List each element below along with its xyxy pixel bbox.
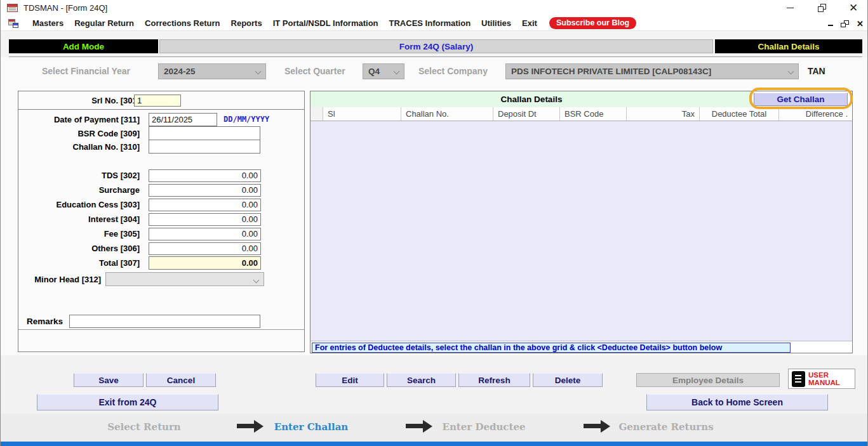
- tds-input[interactable]: [149, 169, 261, 182]
- arrow-right-icon: [237, 424, 255, 428]
- exit-from-24q-button[interactable]: Exit from 24Q: [37, 394, 218, 410]
- column-difference[interactable]: Difference .: [779, 107, 852, 121]
- menu-bar: Masters Regular Return Corrections Retur…: [1, 16, 867, 31]
- bsr-code-input[interactable]: [149, 126, 260, 140]
- workflow-strip: Select Return Enter Challan Enter Deduct…: [1, 414, 867, 442]
- menu-reports[interactable]: Reports: [231, 18, 262, 28]
- title-bar: TDSMAN - [Form 24Q] ✕: [1, 0, 867, 16]
- menu-utilities[interactable]: Utilities: [481, 18, 511, 28]
- user-manual-line1: USER: [808, 371, 840, 379]
- deductee-hint-note: For entries of Deductee details, select …: [312, 343, 791, 353]
- arrow-right-icon: [584, 424, 601, 428]
- total-input: [149, 256, 261, 270]
- menu-traces[interactable]: TRACES Information: [389, 18, 471, 28]
- restore-icon[interactable]: [813, 2, 831, 15]
- interest-input[interactable]: [149, 213, 261, 226]
- action-bar: Save Cancel Edit Search Refresh Delete E…: [1, 355, 867, 414]
- save-button[interactable]: Save: [74, 373, 144, 387]
- window-title: TDSMAN - [Form 24Q]: [23, 3, 107, 13]
- divider: [9, 56, 862, 57]
- remarks-input[interactable]: [69, 315, 260, 328]
- tan-label: TAN: [808, 66, 825, 76]
- financial-year-label: Select Financial Year: [42, 66, 130, 76]
- education-cess-input[interactable]: [149, 199, 261, 211]
- refresh-button[interactable]: Refresh: [458, 373, 530, 387]
- date-of-payment-label: Date of Payment [311]: [18, 115, 149, 124]
- column-deductee-total[interactable]: Deductee Total: [700, 107, 779, 121]
- company-label: Select Company: [418, 66, 488, 76]
- chevron-down-icon: [255, 69, 262, 75]
- workflow-step-select-return: Select Return: [107, 421, 181, 433]
- bottom-accent-bar: [1, 442, 867, 446]
- fee-input[interactable]: [149, 228, 261, 240]
- education-cess-label: Education Cess [303]: [18, 200, 149, 209]
- app-icon: [7, 4, 18, 12]
- others-input[interactable]: [149, 242, 261, 255]
- cancel-button[interactable]: Cancel: [146, 373, 216, 387]
- grid-body-empty[interactable]: [310, 121, 852, 341]
- column-challan-no[interactable]: Challan No.: [401, 107, 493, 121]
- menu-masters[interactable]: Masters: [32, 18, 63, 28]
- quarter-value: Q4: [368, 67, 380, 76]
- close-icon[interactable]: ✕: [845, 2, 862, 15]
- search-button[interactable]: Search: [387, 373, 456, 387]
- company-select[interactable]: PDS INFOTECH PRIVATE LIMITED [CALP08143C…: [505, 63, 799, 79]
- date-of-payment-input[interactable]: [149, 113, 217, 126]
- company-value: PDS INFOTECH PRIVATE LIMITED [CALP08143C…: [511, 67, 711, 76]
- delete-button[interactable]: Delete: [533, 373, 603, 387]
- mdi-restore-icon[interactable]: [841, 20, 849, 27]
- grid-header-row: Sl Challan No. Deposit Dt BSR Code Tax D…: [310, 107, 852, 121]
- menu-regular-return[interactable]: Regular Return: [74, 18, 134, 28]
- surcharge-input[interactable]: [149, 184, 261, 197]
- mdi-minimize-icon[interactable]: [828, 23, 833, 24]
- user-manual-button[interactable]: USER MANUAL: [788, 369, 855, 389]
- chevron-down-icon: [253, 277, 260, 284]
- quarter-label: Select Quarter: [284, 66, 345, 76]
- financial-year-value: 2024-25: [164, 67, 196, 76]
- grid-title: Challan Details: [310, 91, 752, 107]
- srl-no-input[interactable]: [134, 95, 181, 107]
- tds-label: TDS [302]: [18, 171, 149, 180]
- section-banner: Challan Details: [715, 39, 862, 53]
- get-challan-button[interactable]: Get Challan: [754, 93, 848, 106]
- column-tax[interactable]: Tax: [627, 107, 700, 121]
- challan-grid-panel: Challan Details Get Challan Sl Challan N…: [310, 91, 853, 353]
- minor-head-label: Minor Head [312]: [18, 275, 105, 284]
- column-deposit-dt[interactable]: Deposit Dt: [493, 107, 560, 121]
- chevron-down-icon: [788, 69, 794, 75]
- financial-year-select[interactable]: 2024-25: [158, 63, 266, 79]
- filter-bar: Select Financial Year 2024-25 Select Qua…: [1, 63, 867, 81]
- surcharge-label: Surcharge: [18, 185, 149, 195]
- column-bsr-code[interactable]: BSR Code: [560, 107, 627, 121]
- interest-label: Interest [304]: [18, 214, 149, 224]
- user-manual-line2: MANUAL: [808, 379, 840, 386]
- challan-no-label: Challan No. [310]: [18, 142, 149, 152]
- book-icon: [792, 371, 805, 387]
- fee-label: Fee [305]: [18, 229, 149, 239]
- remarks-label: Remarks: [18, 317, 69, 326]
- header-zone: Add Mode Form 24Q (Salary) Challan Detai…: [1, 31, 867, 57]
- menu-exit[interactable]: Exit: [522, 18, 537, 28]
- srl-no-label: Srl No. [301]: [18, 96, 149, 105]
- back-to-home-button[interactable]: Back to Home Screen: [646, 394, 828, 410]
- column-sl[interactable]: Sl: [323, 107, 401, 121]
- challan-form-panel: Srl No. [301] Date of Payment [311] DD/M…: [18, 91, 305, 352]
- subscribe-blog-button[interactable]: Subscribe our Blog: [549, 17, 636, 29]
- form-icon: [8, 19, 18, 28]
- others-label: Others [306]: [18, 244, 149, 253]
- employee-details-button[interactable]: Employee Details: [636, 373, 780, 387]
- edit-button[interactable]: Edit: [316, 373, 384, 387]
- app-window: TDSMAN - [Form 24Q] ✕ Masters Regular Re…: [0, 0, 868, 446]
- bsr-code-label: BSR Code [309]: [18, 129, 149, 138]
- add-mode-banner: Add Mode: [9, 39, 158, 53]
- form-title: Form 24Q (Salary): [159, 39, 713, 53]
- panel-footer-strip: [18, 329, 304, 351]
- menu-corrections-return[interactable]: Corrections Return: [145, 18, 220, 28]
- mdi-close-icon[interactable]: ✕: [857, 19, 864, 29]
- quarter-select[interactable]: Q4: [363, 63, 404, 79]
- minor-head-select[interactable]: [105, 272, 264, 286]
- menu-it-portal-nsdl[interactable]: IT Portal/NSDL Information: [273, 18, 378, 28]
- challan-no-input[interactable]: [149, 140, 260, 154]
- minimize-icon[interactable]: [781, 2, 799, 15]
- total-label: Total [307]: [18, 258, 149, 268]
